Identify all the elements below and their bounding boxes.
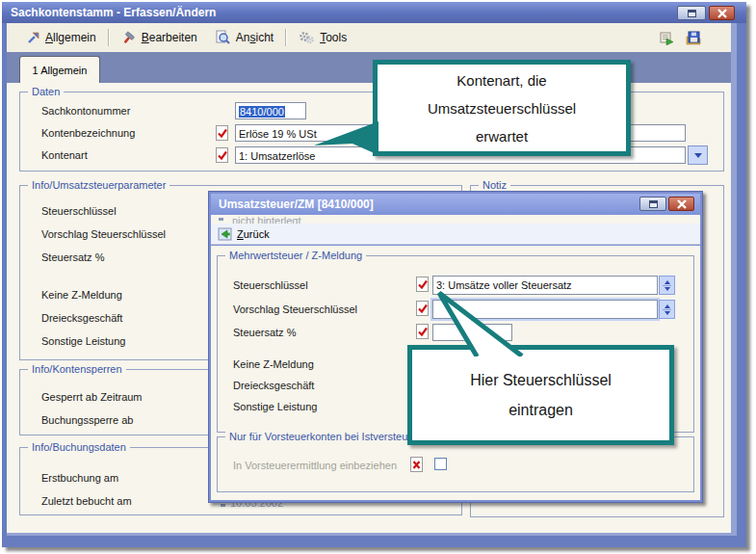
menu-ansicht[interactable]: Ansicht [206, 30, 282, 45]
restore-icon [649, 200, 658, 208]
menu-tools[interactable]: Tools [290, 30, 355, 45]
gears-icon [299, 30, 315, 45]
kontenart-dropdown-button[interactable] [688, 145, 708, 165]
window-border-inner [731, 23, 737, 533]
menu-allgemein[interactable]: Allgemein [16, 30, 105, 45]
steuersatz-label: Steuersatz % [233, 327, 296, 338]
steuerschluessel-spinner[interactable] [659, 276, 675, 295]
value-bullet [221, 504, 225, 507]
buchungssperre-label: Buchungssperre ab [41, 414, 133, 426]
toolbar-separator [108, 29, 110, 46]
dialog-toolbar: Zurück [211, 224, 700, 245]
dialog-titlebar: Umsatzsteuer/ZM [8410/000] [211, 194, 700, 215]
callout-tail [308, 111, 385, 164]
clipped-background-strip: nicht hinterlegt [211, 215, 700, 224]
vorsteuerermittlung-label: In Vorsteuerermittlung einbeziehen [233, 460, 397, 471]
menu-bearbeiten[interactable]: Bearbeiten [113, 30, 206, 45]
toolbar-right [659, 30, 731, 45]
group-daten-label: Daten [28, 86, 64, 98]
restore-button[interactable] [677, 6, 706, 20]
group-mwst-label: Mehrwertsteuer / Z-Meldung [225, 250, 366, 262]
sachkontonummer-label: Sachkontonummer [41, 105, 130, 117]
magnifier-icon [215, 30, 231, 45]
group-sperren-label: Info/Kontensperren [28, 363, 126, 376]
steuerschluessel-label: Steuerschlüssel [233, 279, 308, 291]
spinner-down-icon [665, 311, 670, 318]
value-bullet [219, 218, 223, 221]
toolbar-separator [285, 29, 287, 46]
group-ust-label: Info/Umsatzsteuerparameter [28, 179, 169, 192]
hammer-icon [121, 30, 137, 45]
vorschlag-spinner[interactable] [659, 300, 675, 319]
spinner-down-icon [665, 287, 670, 294]
vorsteuerermittlung-checkbox[interactable] [434, 458, 447, 470]
restore-icon [688, 10, 696, 17]
sonstige-leistung-label: Sonstige Leistung [41, 335, 125, 347]
kontenart-label: Kontenart [41, 149, 88, 161]
callout-kontenart: Kontenart, die Umsatzsteuerschlüssel erw… [373, 60, 631, 156]
vorschlag-steuerschluessel-label: Vorschlag Steuerschlüssel [41, 228, 166, 240]
callout-tail [422, 285, 528, 356]
main-titlebar: Sachkontenstamm - Erfassen/Ändern [2, 2, 746, 23]
keine-z-meldung-label: Keine Z-Meldung [41, 289, 122, 301]
dialog-title: Umsatzsteuer/ZM [8410/000] [219, 198, 374, 211]
red-check-note-icon[interactable] [215, 147, 229, 163]
vorschlag-steuerschluessel-label: Vorschlag Steuerschlüssel [233, 303, 357, 315]
dialog-close-button[interactable] [668, 197, 694, 211]
dreiecksgeschaeft-label: Dreiecksgeschäft [233, 380, 314, 391]
keine-z-meldung-label: Keine Z-Meldung [233, 358, 314, 370]
window-border-inner [7, 533, 737, 536]
sachkontonummer-field[interactable]: 8410/000 [235, 102, 306, 119]
chevron-down-icon [694, 153, 702, 162]
gesperrt-ab-label: Gesperrt ab Zeitraum [41, 391, 143, 403]
dreiecksgeschaeft-label: Dreiecksgeschäft [41, 312, 122, 324]
selected-text: 8410/000 [239, 106, 285, 118]
steuerschluessel-peek-value: nicht hinterlegt [232, 215, 301, 224]
close-icon [676, 199, 688, 209]
save-icon[interactable] [686, 30, 702, 45]
red-x-note-icon[interactable] [409, 457, 424, 472]
ne-arrow-icon [25, 30, 40, 45]
main-toolbar: Allgemein Bearbeiten Ansicht [7, 23, 731, 52]
dialog-restore-button[interactable] [639, 197, 666, 211]
tab-allgemein[interactable]: 1 Allgemein [19, 56, 100, 83]
steuerschluessel-label: Steuerschlüssel [41, 205, 117, 217]
steuersatz-label: Steuersatz % [41, 251, 104, 263]
spinner-up-icon [665, 302, 670, 308]
erstbuchung-label: Erstbuchung am [41, 472, 118, 484]
zuletzt-bebucht-label: Zuletzt bebucht am [41, 495, 132, 507]
sonstige-leistung-label: Sonstige Leistung [233, 401, 317, 412]
red-check-note-icon[interactable] [215, 125, 229, 141]
spinner-up-icon [665, 277, 670, 284]
back-arrow-icon [218, 226, 232, 241]
group-buchung-label: Info/Buchungsdaten [28, 441, 130, 454]
close-icon [717, 9, 728, 18]
kontenbezeichnung-label: Kontenbezeichnung [41, 127, 135, 139]
book-refresh-icon[interactable] [659, 30, 675, 45]
close-button[interactable] [709, 6, 735, 20]
window-title: Sachkontenstamm - Erfassen/Ändern [11, 6, 216, 19]
callout-steuerschluessel: Hier Steuerschlüssel eintragen [407, 345, 674, 445]
zurueck-button[interactable]: Zurück [237, 228, 270, 240]
group-vorsteuer-label: Nur für Vorsteuerkonten bei Istversteuer [225, 431, 421, 443]
